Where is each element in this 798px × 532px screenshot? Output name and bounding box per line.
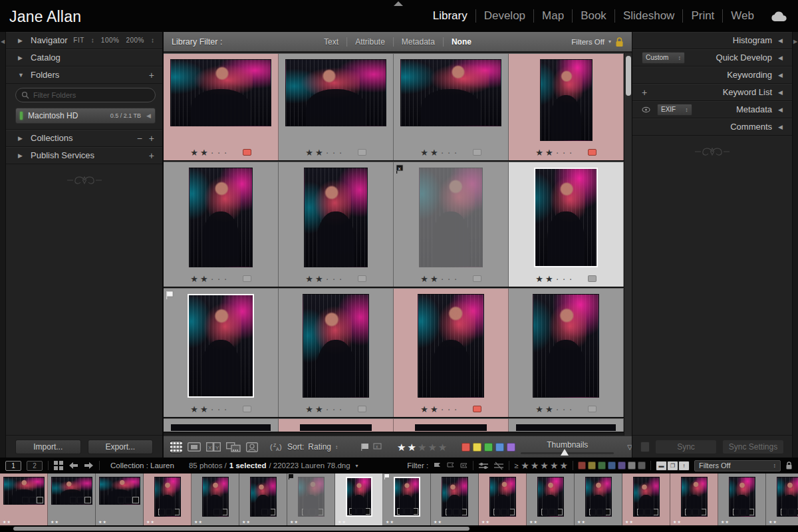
filter-color-label-3[interactable] [608,462,616,469]
metadata-switch-icon[interactable] [642,106,650,113]
cell-star-rating[interactable]: ★★··· [190,148,227,157]
star-icon[interactable]: ★ [305,275,313,283]
crop-badge-icon[interactable] [404,508,411,515]
develop-badge-icon[interactable] [317,509,323,515]
sync-button[interactable]: Sync [655,440,717,454]
develop-badge-icon[interactable] [795,509,798,515]
zoom-updown-icon[interactable]: ↕ [91,37,94,44]
filter-edited-icon[interactable] [478,462,489,470]
badge-overlay-toggle-icon[interactable]: ! [679,462,689,470]
star-icon[interactable]: ★ [315,275,323,283]
filmstrip-cell[interactable]: ★★ [335,473,383,525]
crop-badge-icon[interactable] [125,497,132,503]
photo-cell[interactable]: ★★··· [509,162,624,287]
color-label-chip[interactable] [243,406,251,412]
thumbnails-slider-knob[interactable] [561,449,569,456]
photo-thumbnail-partial[interactable] [516,424,616,431]
star-icon[interactable]: ★ [315,405,323,414]
metadata-panel-header[interactable]: EXIF↕Metadata◀ [632,101,792,118]
star-dot-icon[interactable]: · [454,148,458,157]
develop-badge-icon[interactable] [556,509,563,515]
star-dot-icon[interactable]: · [338,404,343,414]
cell-star-rating[interactable]: ★★··· [420,148,458,157]
filmstrip-cell[interactable]: ★★ [766,473,798,525]
filmstrip-thumbnail[interactable] [777,477,798,517]
sync-toggle-icon[interactable] [640,442,650,452]
volume-macintosh-hd[interactable]: Macintosh HD 0.5 / 2.1 TB ◀ [15,108,156,124]
top-panel-reveal-arrow-icon[interactable] [394,1,403,6]
collection-badge-icon[interactable] [446,509,452,515]
develop-badge-icon[interactable] [604,509,610,515]
toolbar-star-icon[interactable]: ★ [438,442,447,452]
star-icon[interactable]: ★ [200,275,208,283]
collection-badge-icon[interactable] [118,497,124,503]
crop-badge-icon[interactable] [221,509,227,515]
disclosure-triangle-icon[interactable]: ◀ [778,89,783,96]
star-dot-icon[interactable]: · [217,404,221,414]
disclosure-triangle-icon[interactable]: ▶ [18,135,25,142]
compare-view-button[interactable]: XY [206,440,221,454]
quick-develop-panel-header[interactable]: Custom↕Quick Develop◀ [632,49,792,66]
left-panel-collapse-strip[interactable]: ◀ [0,32,6,458]
disclosure-triangle-icon[interactable]: ◀ [778,72,783,78]
filmstrip-cell[interactable]: ★★ [622,473,670,525]
develop-badge-icon[interactable] [364,508,370,515]
develop-badge-icon[interactable] [132,497,139,503]
star-icon[interactable]: ★ [190,275,198,283]
comments-panel-header[interactable]: Comments◀ [632,118,792,136]
star-icon[interactable]: ★ [545,275,553,283]
publish-services-panel-header[interactable]: ▶ Publish Services + [6,147,162,164]
filter-color-label-6[interactable] [638,462,646,469]
star-icon[interactable]: ★ [420,275,428,283]
remove-collection-button[interactable]: − [137,134,142,143]
filmstrip-star-rating[interactable]: ★★ [434,519,442,524]
filmstrip-thumbnail[interactable] [3,477,45,505]
crop-badge-icon[interactable] [453,509,460,515]
cell-star-rating[interactable]: ★★··· [305,404,342,414]
cell-star-rating[interactable]: ★★··· [535,148,573,157]
disclosure-triangle-icon[interactable]: ◀ [778,55,783,61]
filmstrip-cell[interactable]: ★★ [0,473,48,525]
primary-monitor-button[interactable]: 1 [5,461,21,471]
left-collapse-arrow-icon[interactable]: ◀ [1,39,5,45]
photo-cell[interactable]: ★★··· [509,54,624,160]
photo-thumbnail-partial[interactable] [171,424,271,431]
star-icon[interactable]: ★ [200,405,208,414]
star-dot-icon[interactable]: · [569,148,573,157]
filmstrip-thumbnail[interactable] [489,477,516,517]
stack-overlay-toggle-icon[interactable]: ❐ [668,462,678,470]
cell-star-rating[interactable]: ★★··· [305,148,342,157]
photo-thumbnail[interactable] [188,294,254,398]
star-icon[interactable]: ★ [545,148,553,157]
star-dot-icon[interactable]: · [223,274,228,283]
cell-star-rating[interactable]: ★★··· [420,404,458,414]
collection-badge-icon[interactable] [213,509,220,515]
star-dot-icon[interactable]: · [569,274,573,283]
photo-thumbnail[interactable] [285,59,386,126]
star-dot-icon[interactable]: · [210,404,215,414]
filmstrip-star-rating[interactable]: ★★ [625,519,634,524]
filmstrip-cell[interactable]: ★★ [670,473,718,525]
photo-thumbnail[interactable] [304,168,368,267]
filmstrip-star-rating[interactable]: ★★ [529,519,538,524]
collection-badge-icon[interactable] [70,497,76,503]
filmstrip-star-rating[interactable]: ★★ [194,519,203,524]
toolbar-color-labels[interactable] [462,443,515,452]
photo-thumbnail[interactable] [303,294,369,398]
filmstrip-cell[interactable]: ★★ [192,473,239,525]
disclosure-triangle-icon[interactable]: ▶ [18,37,25,44]
filmstrip-star-rating[interactable]: ★★ [673,519,682,524]
photo-cell[interactable]: ★★··· [164,54,279,160]
toolbar-color-label-4[interactable] [507,443,515,452]
secondary-monitor-button[interactable]: 2 [27,461,43,471]
import-button[interactable]: Import... [15,440,81,454]
filmstrip-cell[interactable]: ★★ [383,473,431,525]
develop-badge-icon[interactable] [747,509,754,515]
filmstrip-cell[interactable]: ★★ [96,473,144,525]
filmstrip-thumbnail[interactable] [51,477,92,505]
filmstrip-star-rating[interactable]: ★★ [577,519,586,524]
photo-cell[interactable] [164,419,279,432]
filmstrip-thumbnail[interactable] [202,477,229,517]
filter-lock-icon[interactable] [615,37,624,47]
filmstrip-star-rating[interactable]: ★★ [242,519,251,524]
